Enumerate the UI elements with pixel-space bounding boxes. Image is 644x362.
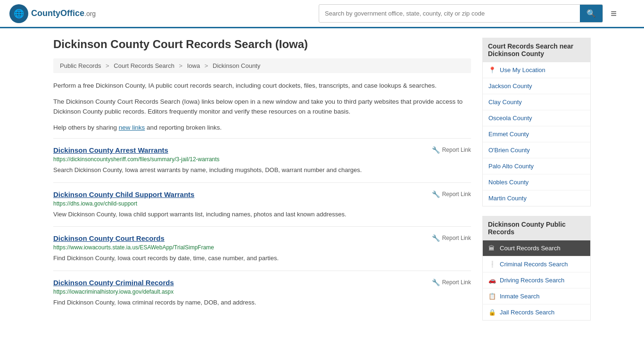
report-link-button[interactable]: 🔧 Report Link (432, 279, 471, 286)
pr-item-link[interactable]: Criminal Records Search (500, 261, 568, 268)
result-url-link[interactable]: https://dickinsoncountysheriff.com/files… (53, 156, 220, 163)
report-label: Report Link (442, 191, 471, 197)
use-location-item[interactable]: 📍 Use My Location (483, 62, 590, 78)
public-records-section: Dickinson County Public Records 🏛 Court … (482, 216, 591, 321)
nearby-county-item[interactable]: Palo Alto County (483, 158, 590, 174)
pr-item-link[interactable]: Court Records Search (500, 245, 561, 252)
hamburger-icon: ≡ (611, 8, 617, 19)
public-records-title: Dickinson County Public Records (482, 216, 591, 240)
report-label: Report Link (442, 279, 471, 286)
result-url[interactable]: https://dickinsoncountysheriff.com/files… (53, 156, 471, 163)
content-area: Dickinson County Court Records Search (I… (53, 38, 471, 330)
result-url-link[interactable]: https://dhs.iowa.gov/child-support (53, 200, 137, 207)
pr-item-link[interactable]: Jail Records Search (500, 309, 554, 316)
pr-item-icon: 📋 (488, 293, 496, 300)
page-title: Dickinson County Court Records Search (I… (53, 38, 471, 51)
search-box: 🔍 (319, 4, 603, 23)
nearby-county-item[interactable]: Nobles County (483, 174, 590, 190)
report-label: Report Link (442, 235, 471, 241)
nearby-county-link[interactable]: Jackson County (488, 82, 532, 90)
result-title[interactable]: Dickinson County Criminal Records (53, 279, 174, 287)
result-header: Dickinson County Criminal Records 🔧 Repo… (53, 279, 471, 287)
report-icon: 🔧 (432, 190, 440, 198)
report-icon: 🔧 (432, 146, 440, 154)
nearby-county-link[interactable]: Nobles County (488, 179, 528, 186)
result-header: Dickinson County Child Support Warrants … (53, 190, 471, 198)
breadcrumb-sep-3: > (205, 62, 208, 69)
report-icon: 🔧 (432, 279, 440, 286)
logo-area[interactable]: 🌐 CountyOffice.org (9, 4, 96, 23)
site-header: 🌐 CountyOffice.org 🔍 ≡ (0, 0, 644, 28)
nearby-county-item[interactable]: Osceola County (483, 110, 590, 126)
breadcrumb-public-records[interactable]: Public Records (60, 62, 101, 69)
intro-paragraph-2: The Dickinson County Court Records Searc… (53, 97, 471, 117)
intro-paragraph-1: Perform a free Dickinson County, IA publ… (53, 81, 471, 91)
nearby-county-item[interactable]: Jackson County (483, 78, 590, 94)
results-list: Dickinson County Arrest Warrants 🔧 Repor… (53, 138, 471, 314)
report-link-button[interactable]: 🔧 Report Link (432, 190, 471, 198)
result-description: Find Dickinson County, Iowa criminal rec… (53, 298, 471, 307)
public-records-item[interactable]: ❕ Criminal Records Search (482, 256, 591, 272)
report-label: Report Link (442, 147, 471, 153)
result-url[interactable]: https://iowacriminalhistory.iowa.gov/def… (53, 288, 471, 295)
result-description: View Dickinson County, Iowa child suppor… (53, 210, 471, 219)
intro3-post: and reporting broken links. (145, 124, 222, 131)
result-header: Dickinson County Court Records 🔧 Report … (53, 234, 471, 242)
nearby-county-item[interactable]: Martin County (483, 190, 590, 206)
nearby-counties-list: Jackson CountyClay CountyOsceola CountyE… (483, 78, 590, 206)
breadcrumb-court-records[interactable]: Court Records Search (114, 62, 174, 69)
result-title[interactable]: Dickinson County Court Records (53, 234, 165, 242)
nearby-section: Court Records Search near Dickinson Coun… (482, 38, 591, 206)
pr-item-link[interactable]: Driving Records Search (500, 277, 564, 284)
nearby-county-link[interactable]: Emmet County (488, 131, 529, 138)
public-records-item[interactable]: 📋 Inmate Search (482, 288, 591, 304)
result-url[interactable]: https://www.iowacourts.state.ia.us/ESAWe… (53, 244, 471, 251)
use-location-link[interactable]: Use My Location (500, 66, 545, 74)
report-link-button[interactable]: 🔧 Report Link (432, 234, 471, 242)
new-links-link[interactable]: new links (119, 124, 145, 131)
public-records-item[interactable]: 🏛 Court Records Search (482, 240, 591, 256)
nearby-county-link[interactable]: Osceola County (488, 115, 532, 122)
result-item: Dickinson County Court Records 🔧 Report … (53, 226, 471, 271)
report-icon: 🔧 (432, 234, 440, 242)
logo-text: CountyOffice.org (31, 8, 96, 18)
pr-item-icon: 🔒 (488, 309, 496, 316)
nearby-links: 📍 Use My Location Jackson CountyClay Cou… (482, 62, 591, 206)
nearby-title: Court Records Search near Dickinson Coun… (482, 38, 591, 62)
search-icon: 🔍 (586, 9, 596, 17)
pr-item-icon: ❕ (488, 261, 496, 268)
intro3-pre: Help others by sharing (53, 124, 119, 131)
main-container: Dickinson County Court Records Search (I… (44, 28, 600, 339)
nearby-county-item[interactable]: O'Brien County (483, 142, 590, 158)
search-button[interactable]: 🔍 (580, 5, 603, 22)
public-records-item[interactable]: 🔒 Jail Records Search (482, 304, 591, 321)
result-url-link[interactable]: https://iowacriminalhistory.iowa.gov/def… (53, 288, 173, 295)
result-item: Dickinson County Criminal Records 🔧 Repo… (53, 271, 471, 315)
public-records-list: 🏛 Court Records Search ❕ Criminal Record… (482, 240, 591, 321)
intro-paragraph-3: Help others by sharing new links and rep… (53, 123, 471, 133)
breadcrumb-sep-2: > (179, 62, 183, 69)
nearby-county-link[interactable]: Palo Alto County (488, 163, 534, 170)
breadcrumb-current: Dickinson County (213, 62, 260, 69)
result-url[interactable]: https://dhs.iowa.gov/child-support (53, 200, 471, 207)
result-url-link[interactable]: https://www.iowacourts.state.ia.us/ESAWe… (53, 244, 214, 251)
nearby-county-item[interactable]: Clay County (483, 94, 590, 110)
search-input[interactable] (319, 6, 580, 21)
public-records-item[interactable]: 🚗 Driving Records Search (482, 272, 591, 288)
location-pin-icon: 📍 (488, 66, 496, 74)
nearby-county-link[interactable]: O'Brien County (488, 147, 530, 154)
search-area: 🔍 ≡ (319, 4, 620, 23)
result-item: Dickinson County Child Support Warrants … (53, 182, 471, 227)
nearby-county-link[interactable]: Clay County (488, 99, 522, 106)
nearby-county-item[interactable]: Emmet County (483, 126, 590, 142)
sidebar: Court Records Search near Dickinson Coun… (482, 38, 591, 330)
pr-item-icon: 🏛 (488, 245, 496, 252)
pr-item-link[interactable]: Inmate Search (500, 293, 540, 300)
result-item: Dickinson County Arrest Warrants 🔧 Repor… (53, 138, 471, 182)
nearby-county-link[interactable]: Martin County (488, 195, 527, 202)
menu-button[interactable]: ≡ (607, 6, 620, 22)
report-link-button[interactable]: 🔧 Report Link (432, 146, 471, 154)
result-title[interactable]: Dickinson County Child Support Warrants (53, 190, 194, 198)
breadcrumb-iowa[interactable]: Iowa (187, 62, 200, 69)
result-title[interactable]: Dickinson County Arrest Warrants (53, 146, 168, 154)
